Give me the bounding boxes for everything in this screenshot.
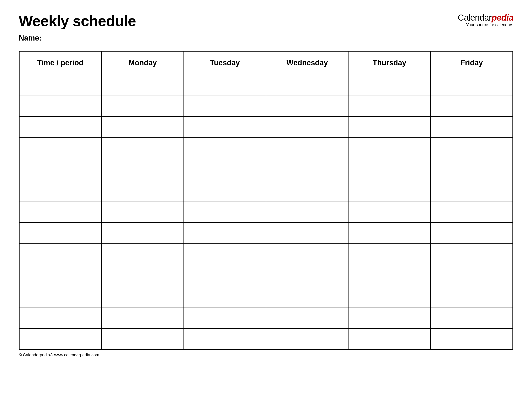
table-cell (266, 201, 348, 223)
table-cell (101, 201, 184, 223)
table-cell (184, 201, 266, 223)
table-cell (348, 286, 431, 307)
table-cell (348, 95, 431, 116)
table-cell (266, 328, 348, 350)
table-cell (348, 328, 431, 350)
table-cell (19, 95, 101, 116)
table-cell (101, 265, 184, 286)
table-cell (184, 223, 266, 244)
table-row (19, 180, 513, 201)
table-cell (101, 244, 184, 265)
table-cell (431, 223, 513, 244)
table-cell (101, 138, 184, 159)
table-cell (184, 95, 266, 116)
table-cell (348, 159, 431, 180)
brand-name-part1: Calendar (458, 13, 492, 22)
table-cell (19, 244, 101, 265)
col-header-wednesday: Wednesday (266, 51, 348, 74)
table-cell (266, 223, 348, 244)
table-cell (348, 74, 431, 95)
col-header-monday: Monday (101, 51, 184, 74)
table-row (19, 286, 513, 307)
footer-text: © Calendarpedia® www.calendarpedia.com (19, 353, 513, 357)
table-cell (266, 180, 348, 201)
page-title: Weekly schedule (19, 13, 136, 30)
table-cell (431, 265, 513, 286)
header-row: Weekly schedule Calendarpedia Your sourc… (19, 13, 513, 30)
name-label: Name: (19, 34, 513, 42)
table-cell (184, 244, 266, 265)
table-cell (348, 265, 431, 286)
table-row (19, 74, 513, 95)
table-cell (431, 201, 513, 223)
table-cell (431, 74, 513, 95)
table-cell (19, 223, 101, 244)
table-cell (348, 223, 431, 244)
table-cell (19, 74, 101, 95)
table-cell (431, 159, 513, 180)
table-cell (266, 244, 348, 265)
col-header-time: Time / period (19, 51, 101, 74)
table-cell (184, 159, 266, 180)
table-cell (101, 286, 184, 307)
table-cell (431, 116, 513, 138)
brand-block: Calendarpedia Your source for calendars (458, 13, 513, 27)
table-row (19, 201, 513, 223)
table-cell (266, 74, 348, 95)
table-cell (184, 138, 266, 159)
schedule-table: Time / period Monday Tuesday Wednesday T… (19, 51, 513, 350)
table-cell (101, 159, 184, 180)
table-cell (101, 180, 184, 201)
table-cell (19, 286, 101, 307)
table-cell (184, 265, 266, 286)
table-cell (348, 180, 431, 201)
table-cell (348, 244, 431, 265)
table-cell (348, 307, 431, 328)
brand-tagline: Your source for calendars (458, 22, 513, 27)
table-cell (184, 307, 266, 328)
table-row (19, 244, 513, 265)
table-cell (431, 244, 513, 265)
table-cell (184, 74, 266, 95)
table-header-row: Time / period Monday Tuesday Wednesday T… (19, 51, 513, 74)
col-header-tuesday: Tuesday (184, 51, 266, 74)
table-body (19, 74, 513, 350)
table-cell (266, 159, 348, 180)
table-cell (266, 307, 348, 328)
table-cell (101, 116, 184, 138)
table-cell (19, 265, 101, 286)
table-cell (431, 328, 513, 350)
table-cell (19, 138, 101, 159)
table-cell (19, 328, 101, 350)
col-header-friday: Friday (431, 51, 513, 74)
table-cell (101, 307, 184, 328)
table-cell (101, 95, 184, 116)
table-cell (266, 116, 348, 138)
table-row (19, 95, 513, 116)
table-cell (19, 116, 101, 138)
table-cell (19, 180, 101, 201)
table-cell (266, 138, 348, 159)
table-cell (431, 286, 513, 307)
table-cell (348, 138, 431, 159)
table-cell (19, 159, 101, 180)
table-row (19, 116, 513, 138)
col-header-thursday: Thursday (348, 51, 431, 74)
table-cell (266, 95, 348, 116)
brand-name: Calendarpedia (458, 13, 513, 22)
table-cell (184, 180, 266, 201)
table-cell (266, 265, 348, 286)
table-cell (266, 286, 348, 307)
table-row (19, 159, 513, 180)
table-row (19, 265, 513, 286)
table-cell (101, 223, 184, 244)
table-cell (348, 116, 431, 138)
table-cell (431, 180, 513, 201)
table-cell (184, 116, 266, 138)
table-cell (348, 201, 431, 223)
table-row (19, 328, 513, 350)
brand-name-part2: pedia (492, 13, 513, 22)
table-cell (101, 74, 184, 95)
table-cell (184, 286, 266, 307)
table-cell (19, 201, 101, 223)
